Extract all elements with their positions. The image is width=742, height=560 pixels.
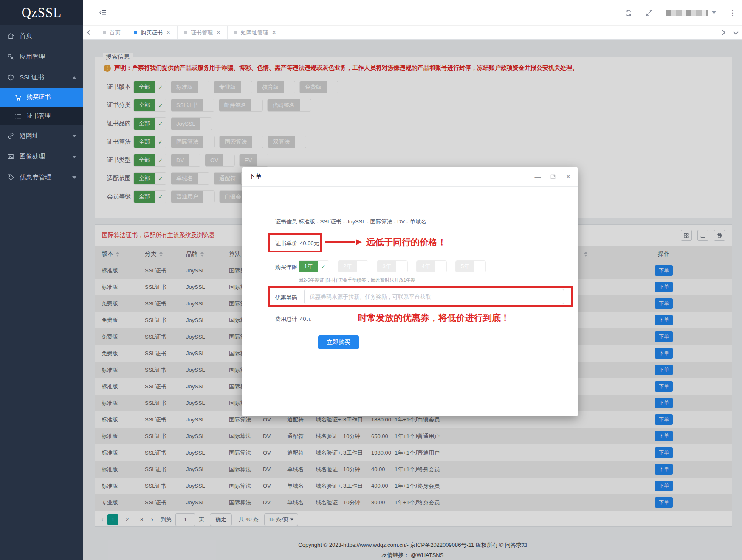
- column-header[interactable]: 品牌: [186, 250, 229, 258]
- more-menu-icon[interactable]: ⋮: [729, 8, 736, 17]
- columns-grid-icon[interactable]: [681, 230, 692, 241]
- filter-chip[interactable]: 专业版✓: [214, 81, 252, 93]
- tab-close-icon[interactable]: ✕: [216, 29, 221, 36]
- page-button[interactable]: 2: [122, 514, 133, 525]
- tabs-scroll-right-icon[interactable]: [716, 26, 729, 39]
- order-button[interactable]: 下单: [655, 365, 673, 375]
- order-button[interactable]: 下单: [655, 265, 673, 276]
- filter-chip[interactable]: 全部✓: [133, 99, 166, 112]
- order-button[interactable]: 下单: [655, 398, 673, 408]
- sidebar-item-cert-management[interactable]: 证书管理: [0, 107, 83, 125]
- filter-chip[interactable]: DV✓: [171, 154, 200, 167]
- table-cell: JoySSL: [186, 350, 229, 356]
- annotation-arrow: [325, 239, 362, 245]
- filter-chip[interactable]: 全部✓: [133, 81, 166, 93]
- list-icon: [14, 113, 22, 120]
- column-header[interactable]: 分类: [145, 250, 186, 258]
- chip-label: EV: [240, 154, 257, 166]
- order-button[interactable]: 下单: [655, 447, 673, 458]
- order-button[interactable]: 下单: [655, 481, 673, 491]
- minimize-icon[interactable]: —: [534, 173, 541, 180]
- sidebar-item-short-url[interactable]: 短网址: [0, 125, 83, 146]
- filter-chip[interactable]: 全部✓: [133, 136, 166, 148]
- tabs-scroll-left-icon[interactable]: [83, 26, 96, 39]
- next-page-icon[interactable]: ›: [151, 515, 154, 524]
- filter-chip[interactable]: 全部✓: [133, 190, 166, 203]
- filter-chip[interactable]: 全部✓: [133, 172, 166, 185]
- filter-chip[interactable]: 国际算法✓: [171, 136, 215, 148]
- filter-chip[interactable]: EV✓: [239, 154, 268, 167]
- filter-chip[interactable]: 邮件签名✓: [219, 99, 263, 112]
- chip-label: 3年: [377, 261, 396, 272]
- order-button[interactable]: 下单: [655, 414, 673, 425]
- filter-chip[interactable]: 单域名✓: [171, 172, 209, 185]
- order-button[interactable]: 下单: [655, 381, 673, 392]
- order-button[interactable]: 下单: [655, 315, 673, 325]
- tab-close-icon[interactable]: ✕: [166, 29, 171, 36]
- close-icon[interactable]: ✕: [565, 173, 571, 180]
- chip-label: OV: [205, 154, 223, 166]
- sort-icon[interactable]: [159, 252, 163, 257]
- coupon-code-input[interactable]: [304, 289, 564, 304]
- fullscreen-icon[interactable]: [645, 9, 653, 17]
- jump-page-input[interactable]: [175, 513, 195, 526]
- sidebar-item-buy-cert[interactable]: 购买证书: [0, 88, 83, 107]
- order-button[interactable]: 下单: [655, 497, 673, 508]
- order-button[interactable]: 下单: [655, 464, 673, 475]
- year-chip[interactable]: 1年✓: [299, 260, 329, 272]
- total-count: 共 40 条: [238, 516, 259, 523]
- filter-chip[interactable]: 普通用户✓: [171, 190, 215, 203]
- sort-icon[interactable]: [200, 252, 204, 257]
- filter-chip[interactable]: 免费版✓: [299, 81, 338, 93]
- print-icon[interactable]: [714, 230, 725, 241]
- tab-购买证书[interactable]: 购买证书✕: [127, 26, 178, 39]
- buy-now-button[interactable]: 立即购买: [318, 335, 359, 349]
- order-button[interactable]: 下单: [655, 431, 673, 441]
- page-button[interactable]: 3: [136, 514, 147, 525]
- table-cell: 通配符: [287, 433, 316, 440]
- filter-chip[interactable]: OV✓: [205, 154, 235, 167]
- filter-chip[interactable]: 全部✓: [133, 117, 166, 130]
- sidebar-item-label: 优惠券管理: [20, 173, 51, 181]
- filter-chip[interactable]: 标准版✓: [171, 81, 209, 93]
- table-cell: JoySSL: [186, 367, 229, 373]
- export-icon[interactable]: [697, 230, 708, 241]
- tab-label: 购买证书: [141, 29, 163, 37]
- filter-chip[interactable]: 代码签名✓: [267, 99, 311, 112]
- page-size-select[interactable]: 15 条/页: [264, 513, 298, 526]
- order-button[interactable]: 下单: [655, 298, 673, 309]
- sidebar-item-home[interactable]: 首页: [0, 25, 83, 46]
- tab-close-icon[interactable]: ✕: [272, 29, 276, 36]
- column-header[interactable]: 版本: [102, 250, 145, 258]
- order-button[interactable]: 下单: [655, 331, 673, 342]
- filter-chip[interactable]: 教育版✓: [257, 81, 295, 93]
- page-button[interactable]: 1: [107, 514, 118, 525]
- filter-chip[interactable]: SSL证书✓: [171, 99, 214, 112]
- sort-icon[interactable]: [116, 252, 119, 257]
- filter-chip[interactable]: JoySSL✓: [171, 117, 212, 130]
- order-button[interactable]: 下单: [655, 282, 673, 292]
- tab-短网址管理[interactable]: 短网址管理✕: [228, 26, 283, 39]
- prev-page-icon[interactable]: ‹: [101, 515, 104, 524]
- filter-chip[interactable]: 国密算法✓: [219, 136, 263, 148]
- filter-chip[interactable]: 双算法✓: [268, 136, 306, 148]
- pagination-bar: ‹ 123 › 到第 页 确定 共 40 条 15 条/页: [95, 511, 732, 528]
- maximize-icon[interactable]: [550, 174, 556, 180]
- sidebar-item-ssl-cert[interactable]: SSL证书: [0, 67, 83, 88]
- user-menu[interactable]: [666, 10, 716, 16]
- sidebar-collapse-icon[interactable]: [99, 9, 107, 17]
- refresh-icon[interactable]: [624, 9, 632, 17]
- tab-证书管理[interactable]: 证书管理✕: [178, 26, 228, 39]
- filter-chip[interactable]: 全部✓: [133, 154, 166, 167]
- sidebar-item-image-processing[interactable]: 图像处理: [0, 146, 83, 167]
- friend-link[interactable]: @WHATSNS: [411, 552, 443, 558]
- sidebar-item-app-management[interactable]: 应用管理: [0, 46, 83, 67]
- tabs-menu-icon[interactable]: [729, 26, 742, 39]
- jump-confirm-button[interactable]: 确定: [210, 513, 232, 526]
- sidebar-item-label: 首页: [20, 32, 32, 40]
- table-cell: 1980.00: [371, 450, 395, 456]
- sidebar-item-coupon-management[interactable]: 优惠券管理: [0, 167, 83, 188]
- order-button[interactable]: 下单: [655, 348, 673, 359]
- sort-icon[interactable]: [584, 252, 587, 257]
- tab-首页[interactable]: 首页: [96, 26, 127, 39]
